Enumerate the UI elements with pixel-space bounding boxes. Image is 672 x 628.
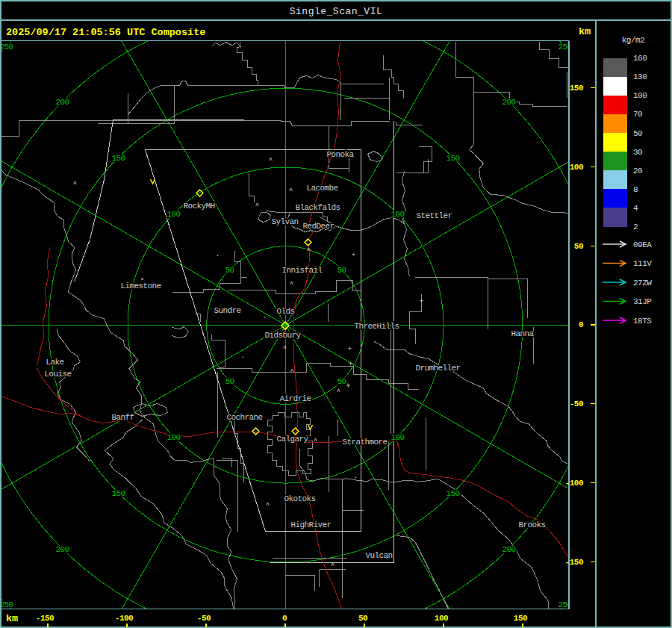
svg-text:^: ^ bbox=[73, 181, 77, 188]
svg-text:150: 150 bbox=[111, 154, 125, 163]
svg-text:RedDeer: RedDeer bbox=[303, 222, 335, 231]
svg-text:250: 250 bbox=[0, 600, 13, 609]
svg-text:Cochrane: Cochrane bbox=[227, 413, 263, 422]
svg-text:09EA: 09EA bbox=[633, 240, 652, 249]
svg-text:+: + bbox=[420, 298, 423, 305]
svg-text:Innisfail: Innisfail bbox=[282, 266, 323, 275]
svg-text:Olds: Olds bbox=[277, 307, 295, 316]
svg-text:^: ^ bbox=[290, 281, 293, 288]
svg-text:Airdrie: Airdrie bbox=[280, 394, 311, 403]
svg-text:Calgary: Calgary bbox=[277, 435, 309, 444]
svg-text:Strathmore: Strathmore bbox=[343, 438, 388, 447]
svg-text:2: 2 bbox=[633, 223, 638, 231]
svg-text:Drumheller: Drumheller bbox=[416, 364, 461, 373]
svg-text:ThreeHills: ThreeHills bbox=[355, 322, 399, 331]
svg-text:100: 100 bbox=[391, 210, 404, 219]
svg-text:200: 200 bbox=[502, 98, 515, 107]
svg-text:30: 30 bbox=[633, 148, 642, 157]
svg-text:8: 8 bbox=[633, 185, 638, 194]
svg-text:50: 50 bbox=[574, 242, 583, 251]
svg-text:50: 50 bbox=[337, 377, 346, 386]
svg-text:Single_Scan_VIL: Single_Scan_VIL bbox=[290, 6, 383, 17]
svg-text:Stettler: Stettler bbox=[417, 211, 452, 220]
svg-text:200: 200 bbox=[55, 98, 69, 107]
svg-text:^: ^ bbox=[307, 247, 311, 255]
svg-text:2025/09/17 21:05:56 UTC Compos: 2025/09/17 21:05:56 UTC Composite bbox=[6, 27, 205, 38]
svg-text:150: 150 bbox=[446, 489, 459, 498]
svg-text:^: ^ bbox=[331, 562, 335, 570]
svg-text:Brooks: Brooks bbox=[519, 520, 546, 529]
svg-text:250: 250 bbox=[0, 43, 13, 52]
svg-text:50: 50 bbox=[225, 377, 234, 386]
svg-text:^: ^ bbox=[337, 388, 340, 396]
svg-text:200: 200 bbox=[502, 545, 515, 554]
svg-text:Didsbury: Didsbury bbox=[265, 331, 302, 340]
svg-text:31JP: 31JP bbox=[633, 297, 652, 306]
svg-text:km: km bbox=[6, 613, 18, 624]
svg-text:-50: -50 bbox=[197, 614, 211, 623]
svg-text:100: 100 bbox=[633, 91, 647, 100]
svg-text:.: . bbox=[216, 251, 220, 258]
svg-text:100: 100 bbox=[435, 614, 448, 623]
svg-text:200: 200 bbox=[55, 545, 69, 554]
svg-text:0: 0 bbox=[282, 614, 287, 623]
svg-text:150: 150 bbox=[446, 154, 459, 163]
svg-text:111V: 111V bbox=[633, 259, 652, 268]
svg-text:Sundre: Sundre bbox=[214, 306, 241, 315]
svg-text:50: 50 bbox=[633, 129, 642, 138]
svg-text:-100: -100 bbox=[565, 479, 583, 488]
svg-text:Louise: Louise bbox=[45, 370, 72, 379]
svg-text:.: . bbox=[263, 313, 267, 320]
svg-text:^: ^ bbox=[290, 368, 294, 376]
svg-text:50: 50 bbox=[358, 614, 367, 623]
svg-text:100: 100 bbox=[570, 163, 583, 172]
svg-text:100: 100 bbox=[167, 433, 180, 442]
svg-text:-100: -100 bbox=[115, 614, 133, 623]
svg-text:150: 150 bbox=[570, 84, 583, 93]
svg-text:Lacombe: Lacombe bbox=[307, 184, 338, 193]
svg-text:Sylvan: Sylvan bbox=[272, 217, 299, 226]
svg-text:130: 130 bbox=[633, 72, 647, 81]
svg-text:RockyMH: RockyMH bbox=[184, 202, 215, 211]
svg-text:50: 50 bbox=[337, 266, 346, 275]
svg-text:^: ^ bbox=[289, 187, 293, 195]
svg-text:^: ^ bbox=[283, 345, 287, 352]
svg-text:^: ^ bbox=[266, 502, 270, 509]
svg-text:-50: -50 bbox=[570, 400, 583, 408]
svg-text:150: 150 bbox=[514, 614, 527, 623]
svg-text:^: ^ bbox=[269, 157, 273, 164]
svg-text:18TS: 18TS bbox=[633, 317, 652, 326]
svg-text:Lake: Lake bbox=[46, 358, 64, 367]
svg-text:*: * bbox=[140, 278, 144, 285]
svg-text:^: ^ bbox=[255, 202, 259, 210]
svg-text:*: * bbox=[352, 253, 355, 261]
svg-text:Ponoka: Ponoka bbox=[327, 150, 355, 159]
svg-text:160: 160 bbox=[633, 54, 647, 63]
svg-text:50: 50 bbox=[225, 266, 234, 275]
svg-text:.: . bbox=[241, 352, 245, 360]
svg-text:+: + bbox=[348, 346, 352, 353]
svg-text:Okotoks: Okotoks bbox=[284, 494, 316, 503]
svg-text:100: 100 bbox=[391, 433, 404, 442]
svg-text:km: km bbox=[579, 26, 591, 37]
svg-text:4: 4 bbox=[633, 204, 638, 213]
svg-text:27ZW: 27ZW bbox=[633, 279, 652, 287]
svg-text:70: 70 bbox=[633, 110, 642, 119]
svg-text:-150: -150 bbox=[36, 614, 54, 623]
svg-text:+: + bbox=[349, 361, 352, 368]
svg-text:+: + bbox=[346, 383, 350, 391]
svg-text:kg/m2: kg/m2 bbox=[622, 36, 645, 45]
svg-text:Hanna: Hanna bbox=[511, 329, 535, 338]
svg-text:Blackfalds: Blackfalds bbox=[296, 203, 340, 212]
svg-text:100: 100 bbox=[167, 210, 180, 219]
svg-text:HighRiver: HighRiver bbox=[291, 520, 332, 529]
svg-text:Banff: Banff bbox=[112, 413, 134, 422]
svg-text:Vulcan: Vulcan bbox=[366, 551, 393, 560]
svg-text:0: 0 bbox=[579, 320, 583, 329]
svg-text:150: 150 bbox=[111, 489, 125, 498]
svg-text:^: ^ bbox=[314, 438, 317, 445]
svg-text:-150: -150 bbox=[565, 558, 583, 567]
svg-text:.: . bbox=[354, 473, 358, 480]
svg-text:20: 20 bbox=[633, 167, 642, 175]
